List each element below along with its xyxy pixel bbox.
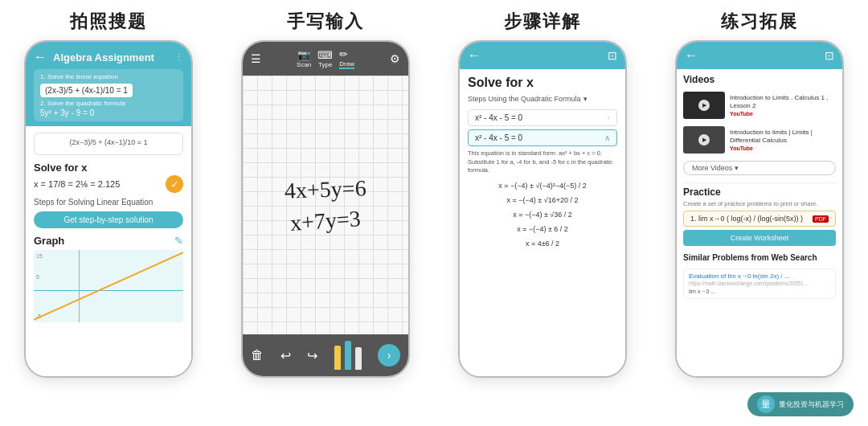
bookmark-icon[interactable]: ⊡ bbox=[608, 49, 617, 62]
video-info-2: Introduction to limits | Limits | Differ… bbox=[730, 129, 836, 152]
expand-icon[interactable]: ✎ bbox=[174, 235, 183, 247]
pencil-teal bbox=[345, 341, 351, 370]
grid-drawing-area[interactable]: 4x+5y=6 x+7y=3 bbox=[243, 76, 408, 334]
play-button-1: ▶ bbox=[698, 100, 710, 111]
back-arrow-icon[interactable]: ← bbox=[34, 50, 47, 64]
step-math-5: x = 4±6 / 2 bbox=[468, 240, 617, 248]
wm-icon: 量 bbox=[757, 395, 775, 413]
solve-equation-display: (2x−3)/5 + (4x−1)/10 = 1 bbox=[41, 138, 176, 146]
undo-icon[interactable]: ↩ bbox=[280, 348, 291, 363]
eq2-text: 5y² + 3y - 9 = 0 bbox=[40, 109, 177, 117]
handwritten-eq2: x+7y=3 bbox=[284, 203, 367, 240]
video-thumb-1: ▶ bbox=[683, 92, 725, 119]
video-card-2[interactable]: ▶ Introduction to limits | Limits | Diff… bbox=[683, 126, 836, 154]
watermark: 量 量化投资与机器学习 bbox=[747, 392, 854, 416]
youtube-label-2: YouTube bbox=[730, 145, 836, 151]
youtube-label-1: YouTube bbox=[730, 111, 836, 117]
graph-section: Graph ✎ 15 5 -5 bbox=[34, 235, 183, 370]
header-title-2: 手写输入 bbox=[217, 10, 434, 34]
solve-value: x = 17/8 = 2⅛ = 2.125 bbox=[34, 179, 120, 189]
quadratic-label: Steps Using the Quadratic Formula ▾ bbox=[468, 95, 617, 103]
solve-result-row: x = 17/8 = 2⅛ = 2.125 ✓ bbox=[34, 175, 183, 193]
step-math-2: x = −(−4) ± √16+20 / 2 bbox=[468, 196, 617, 204]
step-math-3: x = −(−4) ± √36 / 2 bbox=[468, 211, 617, 219]
svg-line-0 bbox=[34, 252, 183, 320]
eq1-highlight: (2x-3)/5 + (4x-1)/10 = 1 bbox=[40, 84, 133, 97]
redo-icon[interactable]: ↪ bbox=[307, 348, 317, 363]
solve-header: Solve for x bbox=[34, 162, 183, 174]
draw-tab[interactable]: ✏ Draw bbox=[339, 48, 354, 69]
settings-icon[interactable]: ⚙ bbox=[390, 52, 400, 65]
menu-icon-2: ☰ bbox=[251, 52, 261, 65]
video-title-1: Introduction to Limits , Calculus 1 , Le… bbox=[730, 94, 836, 111]
graph-header: Graph ✎ bbox=[34, 235, 183, 247]
solve-x-title: Solve for x bbox=[468, 76, 617, 90]
video-card-1[interactable]: ▶ Introduction to Limits , Calculus 1 , … bbox=[683, 92, 836, 119]
video-title-2: Introduction to limits | Limits | Differ… bbox=[730, 129, 836, 145]
step-eq-1: x² - 4x - 5 = 0 bbox=[475, 113, 522, 122]
video-info-1: Introduction to Limits , Calculus 1 , Le… bbox=[730, 94, 836, 117]
panels-row: ← Algebra Assignment ⋮ 1. Solve the line… bbox=[0, 40, 868, 426]
practice-title: Practice bbox=[683, 186, 836, 198]
graph-title: Graph bbox=[34, 235, 64, 247]
next-button[interactable]: › bbox=[378, 344, 400, 367]
step-by-step-button[interactable]: Get step-by-step solution bbox=[34, 211, 183, 228]
pencil-yellow bbox=[334, 346, 341, 370]
eq2-label: 2. Solve the quadratic formula bbox=[40, 100, 177, 107]
practice-problem: 1. lim x→0 ( log(-x) / (log(-sin(5x)) ) … bbox=[683, 211, 836, 227]
step-math-1: x = −(−4) ± √(−4)²−4(−5) / 2 bbox=[468, 182, 617, 190]
back-arrow-3[interactable]: ← bbox=[468, 48, 481, 63]
phone4-header: ← ⊡ bbox=[677, 42, 842, 69]
similar-title: Similar Problems from Web Search bbox=[683, 253, 836, 262]
phone2-footer: 🗑 ↩ ↪ › bbox=[243, 334, 408, 376]
delete-icon[interactable]: 🗑 bbox=[251, 348, 264, 363]
chevron-right-1: › bbox=[608, 113, 610, 122]
panel-photo-search: ← Algebra Assignment ⋮ 1. Solve the line… bbox=[0, 40, 217, 426]
header-title-3: 步骤详解 bbox=[434, 10, 651, 34]
web-url: https://math.stackexchange.com/questions… bbox=[689, 281, 830, 286]
practice-section: Practice Create a set of practice proble… bbox=[683, 182, 836, 249]
phone1-body: (2x−3)/5 + (4x−1)/10 = 1 Solve for x x =… bbox=[26, 126, 191, 376]
video-thumb-2: ▶ bbox=[683, 126, 725, 154]
pencil-white bbox=[355, 347, 362, 370]
menu-icon[interactable]: ⋮ bbox=[174, 52, 183, 63]
steps-label: Steps for Solving Linear Equation bbox=[34, 198, 183, 207]
phone-3: ← ⊡ Solve for x Steps Using the Quadrati… bbox=[458, 40, 627, 378]
step-math-4: x = −(−4) ± 6 / 2 bbox=[468, 225, 617, 233]
type-tab[interactable]: ⌨ Type bbox=[317, 49, 333, 68]
panel-handwriting: ☰ 📷 Scan ⌨ Type ✏ Draw ⚙ bbox=[217, 40, 434, 426]
practice-desc: Create a set of practice problems to pri… bbox=[683, 200, 836, 207]
web-result[interactable]: Evaluation of lim x→0 ln(sin 2x) / ... h… bbox=[683, 268, 836, 299]
eq1-label: 1. Solve the linear equation bbox=[40, 73, 177, 80]
chevron-up: ∧ bbox=[604, 133, 610, 142]
handwritten-eq1: 4x+5y=6 bbox=[285, 172, 367, 207]
web-text: lim x→0 ... bbox=[689, 288, 830, 295]
back-arrow-4[interactable]: ← bbox=[685, 48, 698, 63]
phone3-body: Solve for x Steps Using the Quadratic Fo… bbox=[460, 69, 625, 376]
explanation-text: This equation is in standard form: ax² +… bbox=[468, 150, 617, 175]
assignment-title: Algebra Assignment bbox=[53, 51, 174, 63]
step-eq-box-2[interactable]: x² - 4x - 5 = 0 ∧ bbox=[468, 129, 617, 146]
pencil-icons bbox=[334, 341, 362, 370]
step-eq-2: x² - 4x - 5 = 0 bbox=[475, 133, 522, 142]
phone1-header: ← Algebra Assignment ⋮ 1. Solve the line… bbox=[26, 42, 191, 126]
pdf-badge: PDF bbox=[813, 215, 829, 223]
videos-title: Videos bbox=[683, 74, 836, 85]
diagonal-line bbox=[34, 250, 183, 322]
more-videos-button[interactable]: More Videos ▾ bbox=[683, 161, 836, 175]
phone2-header: ☰ 📷 Scan ⌨ Type ✏ Draw ⚙ bbox=[243, 42, 408, 76]
scan-tab[interactable]: 📷 Scan bbox=[297, 49, 311, 68]
panel-steps: ← ⊡ Solve for x Steps Using the Quadrati… bbox=[434, 40, 651, 426]
phone3-header: ← ⊡ bbox=[460, 42, 625, 69]
header-title-1: 拍照搜题 bbox=[0, 10, 217, 34]
check-icon: ✓ bbox=[166, 175, 183, 193]
web-link: Evaluation of lim x→0 ln(sin 2x) / ... bbox=[689, 272, 830, 280]
watermark-text: 量化投资与机器学习 bbox=[779, 399, 844, 410]
create-worksheet-button[interactable]: Create Worksheet bbox=[683, 230, 836, 246]
phone4-body: Videos ▶ Introduction to Limits , Calcul… bbox=[677, 69, 842, 376]
step-eq-box-1[interactable]: x² - 4x - 5 = 0 › bbox=[468, 109, 617, 126]
bookmark-icon-4[interactable]: ⊡ bbox=[825, 49, 834, 62]
panel-practice: ← ⊡ Videos ▶ Introduction to Limits , Ca… bbox=[651, 40, 868, 426]
handwritten-equations: 4x+5y=6 x+7y=3 bbox=[285, 174, 366, 236]
solve-equation-section: (2x−3)/5 + (4x−1)/10 = 1 bbox=[34, 133, 183, 155]
